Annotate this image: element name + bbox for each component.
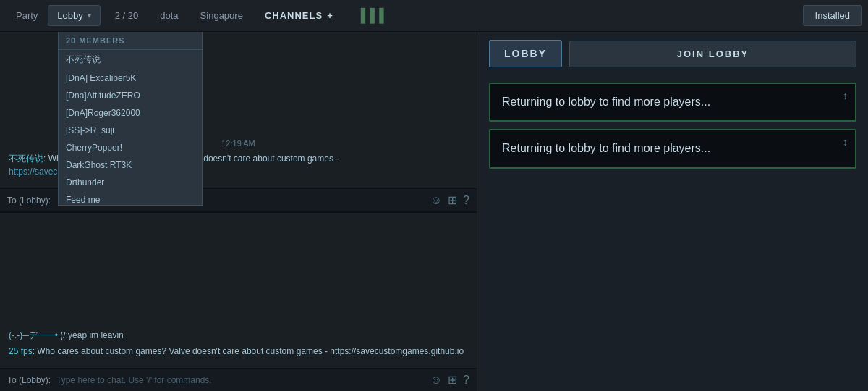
- chat-bottom-section: (-.-)─デ━━• (/:yeap im leavin 25 fps: Who…: [0, 211, 477, 391]
- signal-icon: ▌▌▌: [361, 8, 388, 23]
- message-text-b2: : Who cares about custom games? Valve do…: [33, 346, 464, 356]
- main-layout: 20 MEMBERS 不死传说[DnA] Excaliber5K[Dna]Att…: [0, 32, 868, 391]
- game-name: dota: [160, 10, 178, 21]
- member-item[interactable]: [DnA]Roger362000: [59, 104, 202, 122]
- notification-text-2: Returning to lobby to find more players.…: [502, 140, 843, 156]
- lobby-button[interactable]: LOBBY: [489, 40, 562, 67]
- lobby-header: LOBBY JOIN LOBBY: [477, 32, 868, 75]
- member-item[interactable]: Feed me: [59, 191, 202, 206]
- top-bar: Party Lobby ▾ 2 / 20 dota Singapore CHAN…: [0, 0, 868, 32]
- player-count: 2 / 20: [115, 10, 139, 21]
- help-button-bottom[interactable]: ?: [463, 374, 469, 387]
- chevron-down-icon: ▾: [88, 12, 91, 20]
- message-text-b1: (/:yeap im leavin: [58, 330, 124, 340]
- installed-button[interactable]: Installed: [803, 5, 862, 26]
- channels-plus-icon: +: [327, 10, 333, 21]
- channels-label: CHANNELS: [265, 10, 323, 21]
- member-item[interactable]: Drthunder: [59, 174, 202, 191]
- chat-label-bottom: To (Lobby):: [7, 375, 51, 385]
- member-item[interactable]: [DnA] Excaliber5K: [59, 70, 202, 87]
- right-panel: LOBBY JOIN LOBBY ↕ Returning to lobby to…: [477, 32, 868, 391]
- channels-button[interactable]: CHANNELS +: [265, 10, 333, 21]
- server-name: Singapore: [200, 10, 243, 21]
- message-link-b2[interactable]: https://savecustomgames.github.io: [330, 346, 464, 356]
- notification-card-2: ↕ Returning to lobby to find more player…: [489, 129, 856, 168]
- member-item[interactable]: DarkGhost RT3K: [59, 156, 202, 174]
- lobby-tab-label: Lobby: [57, 10, 82, 21]
- chat-input-bar-bottom: To (Lobby): ☺ ⊞ ?: [0, 368, 477, 391]
- member-item[interactable]: 不死传说: [59, 50, 202, 70]
- sender-name-b2: 25 fps: [9, 346, 33, 356]
- join-lobby-button[interactable]: JOIN LOBBY: [569, 41, 856, 67]
- member-item[interactable]: [SS]->R_suji: [59, 122, 202, 139]
- notification-text-1: Returning to lobby to find more players.…: [502, 94, 843, 110]
- notification-card-1: ↕ Returning to lobby to find more player…: [489, 83, 856, 122]
- sort-icon-2: ↕: [843, 136, 848, 148]
- emoji-button-bottom[interactable]: ☺: [430, 374, 442, 387]
- dropdown-header: 20 MEMBERS: [59, 32, 202, 50]
- notifications-area: ↕ Returning to lobby to find more player…: [477, 75, 868, 391]
- chat-panel: 20 MEMBERS 不死传说[DnA] Excaliber5K[Dna]Att…: [0, 32, 477, 391]
- members-list: 不死传说[DnA] Excaliber5K[Dna]AttitudeZERO[D…: [59, 50, 202, 206]
- dropdown-box[interactable]: 20 MEMBERS 不死传说[DnA] Excaliber5K[Dna]Att…: [58, 32, 203, 206]
- chat-input-bottom[interactable]: [56, 375, 425, 385]
- tab-lobby[interactable]: Lobby ▾: [48, 5, 100, 26]
- members-dropdown: 20 MEMBERS 不死传说[DnA] Excaliber5K[Dna]Att…: [0, 32, 477, 206]
- sort-icon-1: ↕: [843, 90, 848, 101]
- chat-message-bottom-2: 25 fps: Who cares about custom games? Va…: [9, 345, 468, 358]
- sender-name-b1: (-.-)─デ━━•: [9, 330, 58, 340]
- chat-messages-bottom: (-.-)─デ━━• (/:yeap im leavin 25 fps: Who…: [0, 213, 477, 368]
- member-item[interactable]: [Dna]AttitudeZERO: [59, 87, 202, 104]
- member-item[interactable]: CherryPopper!: [59, 139, 202, 156]
- image-button-bottom[interactable]: ⊞: [448, 373, 457, 387]
- top-bar-middle: 2 / 20 dota Singapore CHANNELS + ▌▌▌: [101, 8, 803, 23]
- chat-message-bottom-1: (-.-)─デ━━• (/:yeap im leavin: [9, 329, 468, 342]
- tab-party[interactable]: Party: [6, 6, 48, 25]
